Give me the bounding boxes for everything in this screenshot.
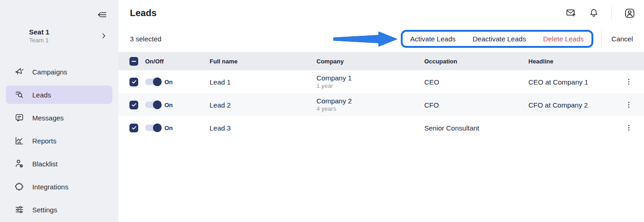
page-header: Leads <box>118 0 644 26</box>
deactivate-leads-button[interactable]: Deactivate Leads <box>473 35 526 43</box>
page-title: Leads <box>130 8 157 18</box>
row-checkbox[interactable] <box>129 78 138 86</box>
puzzle-icon <box>14 182 24 192</box>
lead-occupation: Senior Consultant <box>424 124 528 132</box>
column-header-headline: Headline <box>528 58 619 65</box>
chevron-right-icon <box>100 32 107 40</box>
delete-leads-button[interactable]: Delete Leads <box>543 35 584 43</box>
sliders-icon <box>14 205 24 215</box>
column-header-occupation: Occupation <box>424 58 528 65</box>
sidebar-item-label: Settings <box>32 206 57 214</box>
seat-info: Seat 1 Team 1 <box>29 28 49 44</box>
lead-company-cell: Company 2 4 years <box>316 97 424 113</box>
leads-search-icon <box>14 90 24 100</box>
column-header-company: Company <box>316 58 424 65</box>
sidebar-item-messages[interactable]: Messages <box>6 108 112 127</box>
toggle-label: On <box>164 79 173 85</box>
table-row: On Lead 2 Company 2 4 years CFO CFO at C… <box>118 93 644 116</box>
lead-company-tenure: 1 year <box>316 82 424 90</box>
collapse-sidebar-icon[interactable] <box>96 9 107 20</box>
lead-full-name: Lead 1 <box>210 78 316 86</box>
lead-company: Company 1 <box>316 74 424 83</box>
annotation-arrow-icon <box>333 30 399 48</box>
main-content: Leads <box>118 0 644 222</box>
chart-icon <box>14 136 24 146</box>
lead-full-name: Lead 3 <box>210 124 316 132</box>
toggle-track <box>145 102 160 108</box>
seat-selector[interactable]: Seat 1 Team 1 <box>0 28 118 44</box>
cancel-button[interactable]: Cancel <box>611 35 633 43</box>
lead-full-name: Lead 2 <box>210 101 316 109</box>
table-row: On Lead 1 Company 1 1 year CEO CEO at Co… <box>118 70 644 93</box>
toggle-label: On <box>164 102 173 108</box>
sidebar-item-integrations[interactable]: Integrations <box>6 177 112 196</box>
lead-headline: CEO at Company 1 <box>528 78 619 86</box>
table-row: On Lead 3 Senior Consultant <box>118 116 644 139</box>
seat-team: Team 1 <box>29 37 49 45</box>
toggle-knob <box>153 124 162 132</box>
sidebar-item-settings[interactable]: Settings <box>6 200 112 219</box>
leads-table: On/Off Full name Company Occupation Head… <box>118 52 644 139</box>
row-menu-kebab-icon[interactable] <box>624 77 634 87</box>
lead-occupation: CEO <box>424 78 528 86</box>
seat-name: Seat 1 <box>29 28 49 37</box>
sidebar-item-label: Blacklist <box>32 160 58 168</box>
notifications-bell-icon[interactable] <box>588 7 599 18</box>
sidebar-item-reports[interactable]: Reports <box>6 131 112 150</box>
lead-headline: CFO at Company 2 <box>528 101 619 109</box>
megaphone-icon <box>14 67 24 77</box>
toggle-knob <box>153 78 162 86</box>
lead-occupation: CFO <box>424 101 528 109</box>
row-checkbox[interactable] <box>129 101 138 109</box>
on-off-toggle[interactable]: On <box>145 125 210 131</box>
toggle-track <box>145 125 160 131</box>
sidebar-item-label: Leads <box>32 91 51 99</box>
row-checkbox[interactable] <box>129 124 138 132</box>
row-menu-kebab-icon[interactable] <box>624 123 634 133</box>
compose-mail-icon[interactable] <box>565 7 576 18</box>
selection-toolbar: 3 selected Activate Leads Deactivate Lea… <box>118 26 644 52</box>
profile-avatar-icon[interactable] <box>624 7 635 18</box>
row-menu-kebab-icon[interactable] <box>624 100 634 110</box>
message-bubble-icon <box>14 113 24 123</box>
lead-company-cell: Company 1 1 year <box>316 74 424 90</box>
selected-count: 3 selected <box>130 35 161 43</box>
activate-leads-button[interactable]: Activate Leads <box>410 35 456 43</box>
sidebar-item-leads[interactable]: Leads <box>6 85 112 104</box>
toolbar-divider <box>601 31 602 47</box>
select-all-checkbox[interactable] <box>129 57 138 66</box>
sidebar-item-label: Reports <box>32 137 57 145</box>
on-off-toggle[interactable]: On <box>145 79 210 85</box>
sidebar-item-label: Messages <box>32 114 64 122</box>
sidebar-item-label: Integrations <box>32 183 68 191</box>
person-blocked-icon <box>14 159 24 169</box>
sidebar-item-label: Campaigns <box>32 68 67 76</box>
toggle-track <box>145 79 160 85</box>
sidebar-item-campaigns[interactable]: Campaigns <box>6 63 112 81</box>
lead-company: Company 2 <box>316 97 424 106</box>
bulk-actions-highlight-box: Activate Leads Deactivate Leads Delete L… <box>401 30 594 48</box>
toggle-knob <box>153 101 162 109</box>
header-icons <box>565 5 635 21</box>
sidebar-item-blacklist[interactable]: Blacklist <box>6 154 112 173</box>
column-header-on-off: On/Off <box>145 58 210 65</box>
toolbar-actions: Activate Leads Deactivate Leads Delete L… <box>401 30 635 48</box>
on-off-toggle[interactable]: On <box>145 102 210 108</box>
sidebar-nav: Campaigns Leads <box>0 63 118 219</box>
sidebar: Seat 1 Team 1 Campaigns <box>0 0 118 222</box>
table-header-row: On/Off Full name Company Occupation Head… <box>118 52 644 70</box>
column-header-full-name: Full name <box>210 58 316 65</box>
header-divider <box>611 5 612 21</box>
toggle-label: On <box>164 125 173 131</box>
lead-company-tenure: 4 years <box>316 105 424 113</box>
